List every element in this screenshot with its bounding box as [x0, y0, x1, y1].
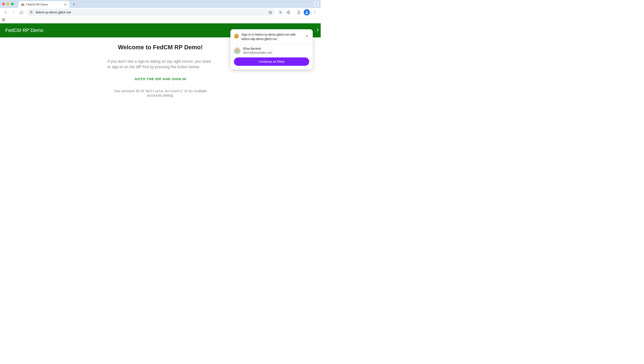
welcome-heading: Welcome to FedCM RP Demo! [108, 44, 213, 51]
header-chevron-right-icon[interactable] [315, 28, 320, 33]
idp-icon: 🔒 [234, 34, 239, 38]
svg-point-8 [314, 13, 315, 14]
browser-tab-bar: FedCM RP Demo + [0, 0, 321, 8]
forward-button[interactable] [10, 8, 17, 16]
bookmarks-bar [0, 17, 321, 23]
reload-button[interactable] [18, 8, 25, 16]
account-email: demo@example.com [243, 51, 309, 54]
svg-point-5 [306, 11, 307, 12]
new-tab-button[interactable]: + [71, 1, 77, 8]
svg-point-6 [314, 11, 315, 12]
bookmark-star-button[interactable] [268, 10, 272, 14]
note-code: multiple-accounts [146, 89, 182, 93]
account-info: Elisa Beckett demo@example.com [243, 47, 309, 54]
description-text: If you don't see a sign-in dialog on top… [108, 59, 213, 70]
address-text: fedcm-rp-demo.glitch.me [36, 10, 266, 14]
svg-rect-11 [3, 20, 3, 21]
window-maximize-button[interactable] [11, 3, 14, 5]
continue-button[interactable]: Continue as Elisa [234, 58, 309, 66]
browser-toolbar: fedcm-rp-demo.glitch.me [0, 8, 321, 17]
dialog-close-button[interactable] [305, 34, 309, 38]
goto-idp-button[interactable]: GOTO THE IDP AND SIGN IN [108, 77, 213, 81]
account-name: Elisa Beckett [243, 47, 309, 50]
tab-close-button[interactable] [64, 3, 67, 6]
apps-grid-icon[interactable] [2, 18, 6, 22]
address-bar[interactable]: fedcm-rp-demo.glitch.me [27, 8, 275, 16]
svg-rect-2 [30, 12, 32, 13]
avatar [234, 47, 240, 54]
site-info-icon[interactable] [30, 10, 34, 14]
svg-rect-9 [3, 19, 3, 20]
note-text: Use account ID of "multiple-accounts" to… [108, 89, 213, 98]
svg-rect-0 [22, 4, 23, 5]
window-controls [2, 3, 14, 5]
toolbar-right [277, 9, 319, 16]
svg-rect-12 [4, 20, 5, 21]
browser-tab[interactable]: FedCM RP Demo [18, 1, 69, 8]
app-title: FedCM RP Demo [5, 28, 43, 33]
back-button[interactable] [2, 8, 9, 16]
account-item[interactable]: Elisa Beckett demo@example.com [230, 44, 313, 56]
window-close-button[interactable] [2, 3, 5, 5]
fedcm-dialog: 🔒 Sign in to fedcm-rp-demo.glitch.me wit… [230, 29, 313, 69]
tabs-dropdown-button[interactable] [314, 2, 319, 6]
tab-favicon-icon [21, 3, 25, 6]
main-content: Welcome to FedCM RP Demo! If you don't s… [105, 44, 215, 98]
svg-rect-1 [23, 4, 23, 5]
svg-point-4 [280, 12, 281, 13]
extensions-icon[interactable] [285, 9, 292, 16]
window-minimize-button[interactable] [7, 3, 9, 5]
toolbar-separator [293, 10, 294, 14]
dialog-header: 🔒 Sign in to fedcm-rp-demo.glitch.me wit… [230, 29, 313, 44]
profile-button[interactable] [303, 9, 310, 16]
svg-rect-10 [4, 19, 5, 20]
labs-icon[interactable] [295, 9, 302, 16]
tab-title: FedCM RP Demo [26, 3, 62, 6]
lens-icon[interactable] [277, 9, 284, 16]
svg-point-7 [314, 12, 315, 13]
kebab-menu-button[interactable] [311, 9, 318, 16]
dialog-title: Sign in to fedcm-rp-demo.glitch.me with … [241, 32, 302, 41]
note-prefix: Use account ID of " [114, 89, 146, 93]
